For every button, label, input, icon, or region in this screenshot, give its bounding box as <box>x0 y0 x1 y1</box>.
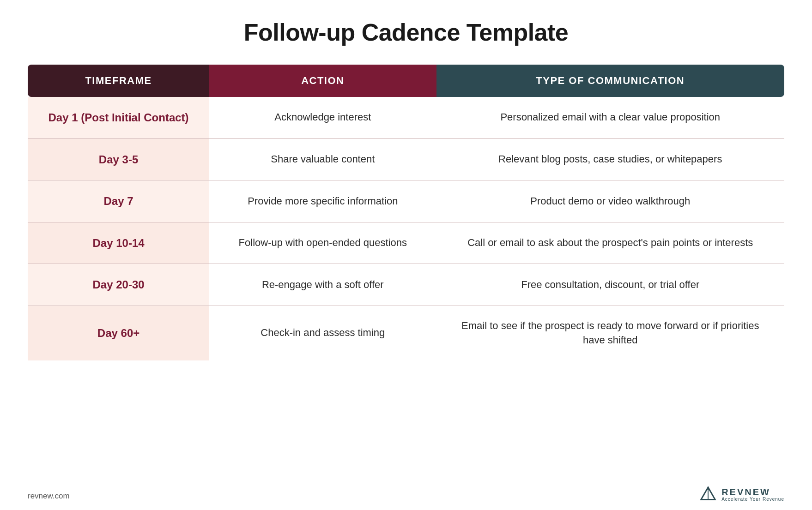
timeframe-header: TIMEFRAME <box>28 65 209 97</box>
action-cell: Acknowledge interest <box>209 97 436 138</box>
revnew-logo-icon <box>699 486 717 503</box>
communication-cell: Free consultation, discount, or trial of… <box>436 264 785 306</box>
timeframe-cell: Day 10-14 <box>28 222 209 264</box>
timeframe-cell: Day 60+ <box>28 306 209 360</box>
communication-cell: Personalized email with a clear value pr… <box>436 97 785 138</box>
table-row: Day 1 (Post Initial Contact)Acknowledge … <box>28 97 784 138</box>
communication-cell: Relevant blog posts, case studies, or wh… <box>436 138 785 180</box>
action-cell: Share valuable content <box>209 138 436 180</box>
table-row: Day 7Provide more specific informationPr… <box>28 180 784 222</box>
table-wrapper: TIMEFRAME ACTION TYPE OF COMMUNICATION D… <box>28 65 784 360</box>
timeframe-cell: Day 20-30 <box>28 264 209 306</box>
communication-cell: Email to see if the prospect is ready to… <box>436 306 785 360</box>
timeframe-cell: Day 3-5 <box>28 138 209 180</box>
table-row: Day 60+Check-in and assess timingEmail t… <box>28 306 784 360</box>
footer-url: revnew.com <box>28 492 70 501</box>
action-cell: Provide more specific information <box>209 180 436 222</box>
communication-cell: Call or email to ask about the prospect'… <box>436 222 785 264</box>
communication-cell: Product demo or video walkthrough <box>436 180 785 222</box>
logo-name: REVNEW <box>721 487 770 497</box>
cadence-table: TIMEFRAME ACTION TYPE OF COMMUNICATION D… <box>28 65 784 360</box>
table-row: Day 20-30Re-engage with a soft offerFree… <box>28 264 784 306</box>
communication-header: TYPE OF COMMUNICATION <box>436 65 785 97</box>
logo-text: REVNEW Accelerate Your Revenue <box>721 487 784 502</box>
action-cell: Check-in and assess timing <box>209 306 436 360</box>
table-row: Day 3-5Share valuable contentRelevant bl… <box>28 138 784 180</box>
timeframe-cell: Day 7 <box>28 180 209 222</box>
logo-area: REVNEW Accelerate Your Revenue <box>699 486 784 503</box>
table-row: Day 10-14Follow-up with open-ended quest… <box>28 222 784 264</box>
action-cell: Re-engage with a soft offer <box>209 264 436 306</box>
timeframe-cell: Day 1 (Post Initial Contact) <box>28 97 209 138</box>
action-header: ACTION <box>209 65 436 97</box>
action-cell: Follow-up with open-ended questions <box>209 222 436 264</box>
table-body: Day 1 (Post Initial Contact)Acknowledge … <box>28 97 784 360</box>
logo-tagline: Accelerate Your Revenue <box>721 497 784 502</box>
page-container: Follow-up Cadence Template TIMEFRAME ACT… <box>0 0 812 510</box>
table-header-row: TIMEFRAME ACTION TYPE OF COMMUNICATION <box>28 65 784 97</box>
page-title: Follow-up Cadence Template <box>244 18 569 46</box>
